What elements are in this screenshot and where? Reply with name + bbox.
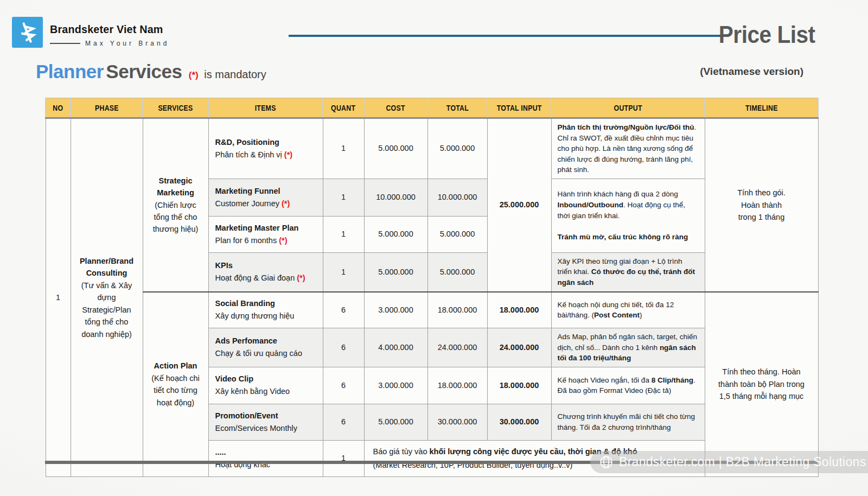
quant-cell: 1 xyxy=(323,216,364,252)
total-cell: 10.000.000 xyxy=(427,179,487,216)
item-cell: ..... Hoạt động khác xyxy=(208,440,323,476)
item-title: Promotion/Event xyxy=(215,410,318,422)
col-header-items: ITEMS xyxy=(208,98,323,118)
timeline-cell-monthly: Tính theo tháng. Hoàn thành toàn bộ Plan… xyxy=(705,292,818,477)
cost-cell: 5.000.000 xyxy=(364,252,427,291)
item-cell: Video Clip Xây kênh bằng Video xyxy=(208,367,323,404)
output-cell: Kế hoạch Video ngắn, tối đa 8 Clip/tháng… xyxy=(551,367,705,404)
col-header-timeline: TIMELINE xyxy=(705,98,818,118)
price-table: NO PHASE SERVICES ITEMS QUANT COST TOTAL… xyxy=(45,98,818,477)
watermark-text: Brandsketer.com | B2B Marketing Solution… xyxy=(619,455,866,469)
output-cell: Hành trình khách hàng đi qua 2 dòng Inbo… xyxy=(551,179,705,252)
total-cell: 18.000.000 xyxy=(427,292,487,328)
quant-cell: 6 xyxy=(323,367,364,404)
item-subtitle: Plan for 6 months (*) xyxy=(215,235,318,246)
item-title: Ads Perfomance xyxy=(215,335,318,347)
mandatory-asterisk: (*) xyxy=(189,70,199,80)
total-cell: 24.000.000 xyxy=(427,328,487,367)
item-title: R&D, Positioning xyxy=(215,137,318,148)
quant-cell: 1 xyxy=(323,440,364,476)
brand-block: Brandsketer Viet Nam Max Your Brand xyxy=(50,23,170,47)
version-note: (Vietnamese version) xyxy=(700,66,803,78)
item-cell: KPIs Hoạt động & Giai đoạn (*) xyxy=(208,252,323,291)
total-cell: 5.000.000 xyxy=(427,118,487,179)
table-header-row: NO PHASE SERVICES ITEMS QUANT COST TOTAL… xyxy=(46,98,818,118)
quant-cell: 6 xyxy=(323,292,364,328)
globe-icon xyxy=(599,455,614,469)
total-input-cell: 24.000.000 xyxy=(487,328,551,367)
quant-cell: 1 xyxy=(323,179,364,216)
item-title: Marketing Master Plan xyxy=(215,222,318,234)
table-row: Action Plan (Kế hoạch chi tiết cho từng … xyxy=(46,292,818,328)
page-title: Price List xyxy=(719,21,815,49)
header-rule xyxy=(289,35,727,37)
item-subtitle: Customer Journey (*) xyxy=(215,198,318,209)
output-cell: Ads Map, phân bổ ngân sách, target, chiế… xyxy=(551,328,705,367)
table-row: 1 Planner/Brand Consulting (Tư vấn & Xây… xyxy=(46,118,818,179)
item-title: Marketing Funnel xyxy=(215,186,318,197)
quant-cell: 1 xyxy=(323,118,364,179)
col-header-services: SERVICES xyxy=(143,98,208,118)
total-input-cell: 18.000.000 xyxy=(487,367,551,404)
col-header-cost: COST xyxy=(364,98,427,118)
section-title: Planner Services (*) is mandatory xyxy=(36,61,266,82)
cost-cell: 5.000.000 xyxy=(364,216,427,252)
output-cell: Xây KPI theo từng giai đoạn + Lộ trình t… xyxy=(551,252,705,291)
item-subtitle: Phân tích & Định vị (*) xyxy=(215,149,318,161)
quant-cell: 6 xyxy=(323,404,364,440)
item-subtitle: Hoạt động & Giai đoạn (*) xyxy=(215,272,318,284)
total-cell: 18.000.000 xyxy=(427,367,487,404)
total-input-cell: 18.000.000 xyxy=(487,292,551,328)
item-title: Video Clip xyxy=(215,373,318,385)
item-cell: Social Branding Xây dựng thương hiệu xyxy=(208,292,323,328)
cost-cell: 10.000.000 xyxy=(364,179,427,216)
total-input-group-cell: 25.000.000 xyxy=(487,118,551,292)
item-cell: Marketing Master Plan Plan for 6 months … xyxy=(208,216,323,252)
cost-cell: 3.000.000 xyxy=(364,367,427,404)
cost-cell: 4.000.000 xyxy=(364,328,427,367)
col-header-output: OUTPUT xyxy=(551,98,705,118)
brand-name: Brandsketer Viet Nam xyxy=(50,23,163,36)
col-header-total-input: TOTAL INPUT xyxy=(487,98,551,118)
timeline-cell-package: Tính theo gói. Hoàn thành trong 1 tháng xyxy=(705,118,818,292)
output-cell: Kế hoạch nội dung chi tiết, tối đa 12 bà… xyxy=(551,292,705,328)
item-subtitle: Xây dựng thương hiệu xyxy=(215,310,318,322)
item-title: Social Branding xyxy=(215,298,318,309)
item-cell: Ads Perfomance Chạy & tối ưu quảng cáo xyxy=(208,328,323,367)
section-title-planner: Planner xyxy=(36,61,104,82)
item-cell: Marketing Funnel Customer Journey (*) xyxy=(208,179,323,216)
item-title: KPIs xyxy=(215,260,318,271)
brand-logo-icon xyxy=(15,20,40,45)
item-subtitle: Chạy & tối ưu quảng cáo xyxy=(215,348,318,359)
brand-logo xyxy=(12,17,43,48)
mandatory-note: is mandatory xyxy=(204,68,266,80)
cost-cell: 3.000.000 xyxy=(364,292,427,328)
brand-tagline: Max Your Brand xyxy=(85,40,169,47)
tagline-dash xyxy=(50,43,80,44)
total-cell: 5.000.000 xyxy=(427,216,487,252)
price-list-page: Brandsketer Viet Nam Max Your Brand Pric… xyxy=(0,0,868,496)
col-header-phase: PHASE xyxy=(71,98,143,118)
item-cell: Promotion/Event Ecom/Services Monthly xyxy=(208,404,323,440)
col-header-total: TOTAL xyxy=(427,98,487,118)
total-cell: 30.000.000 xyxy=(427,404,487,440)
col-header-no: NO xyxy=(46,98,71,118)
cost-cell: 5.000.000 xyxy=(364,404,427,440)
item-cell: R&D, Positioning Phân tích & Định vị (*) xyxy=(208,118,323,179)
services-cell-action-plan: Action Plan (Kế hoạch chi tiết cho từng … xyxy=(143,292,208,477)
brand-tagline-row: Max Your Brand xyxy=(50,40,170,47)
watermark: Brandsketer.com | B2B Marketing Solution… xyxy=(590,451,868,473)
cost-cell: 5.000.000 xyxy=(364,118,427,179)
quant-cell: 6 xyxy=(323,328,364,367)
total-input-cell: 30.000.000 xyxy=(487,404,551,440)
item-subtitle: Ecom/Services Monthly xyxy=(215,423,318,434)
item-title: ..... xyxy=(215,447,318,458)
section-title-services: Services xyxy=(106,61,182,82)
output-cell: Phân tích thị trường/Nguồn lực/Đối thủ. … xyxy=(551,118,705,179)
phase-cell: Planner/Brand Consulting (Tư vấn & Xây d… xyxy=(71,118,143,477)
output-cell: Chương trình khuyến mãi chi tiết cho từn… xyxy=(551,404,705,440)
col-header-quant: QUANT xyxy=(323,98,364,118)
item-subtitle: Xây kênh bằng Video xyxy=(215,386,318,397)
no-cell: 1 xyxy=(46,118,71,477)
total-cell: 5.000.000 xyxy=(427,252,487,291)
